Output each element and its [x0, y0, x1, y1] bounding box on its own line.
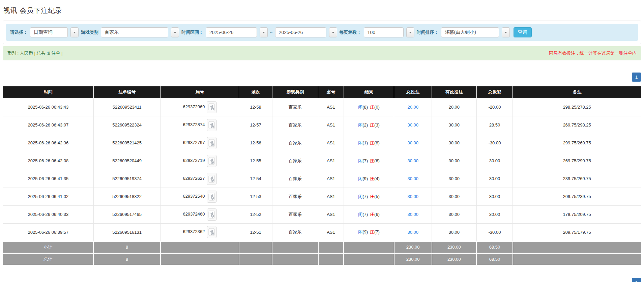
table-row: 2025-06-26 06:41:35 522609519374 6293726… [3, 170, 641, 188]
cell-payout: 30.00 [476, 188, 513, 205]
cell-table-no: AS1 [318, 116, 344, 134]
date-to-input[interactable]: 2025-06-26 [275, 27, 326, 37]
cell-game-type: 百家乐 [272, 205, 318, 223]
cell-round-id: 629372719 [160, 152, 239, 170]
video-replay-button[interactable] [207, 119, 217, 131]
result-player-score: (1) [362, 140, 368, 145]
cell-note: 209.75/239.75 [513, 188, 641, 205]
video-replay-button[interactable] [207, 137, 217, 149]
cell-total-bet: 20.00 [394, 98, 432, 116]
video-replay-button[interactable] [207, 208, 217, 221]
table-row: 2025-06-26 06:43:43 522609523411 6293729… [3, 98, 641, 116]
cell-table-no: AS1 [318, 188, 344, 205]
cell-result: 闲(9)庄(4) [344, 170, 394, 188]
cell-note: 269.75/299.75 [513, 152, 641, 170]
round-id-text: 629372460 [183, 212, 205, 217]
total-bet-link[interactable]: 20.00 [407, 105, 418, 110]
total-bet-link[interactable]: 30.00 [407, 158, 418, 163]
video-replay-icon [208, 175, 215, 183]
total-bet-link[interactable]: 30.00 [407, 176, 418, 181]
cell-game-type: 百家乐 [272, 170, 318, 188]
cell-valid-bet: 30.00 [432, 116, 477, 134]
video-replay-button[interactable] [207, 173, 217, 185]
cell-round-id: 629372874 [160, 116, 239, 134]
result-banker-label: 庄 [370, 194, 374, 199]
time-sort-select[interactable]: 降冪(由大到小) [441, 27, 499, 37]
cell-round-id: 629372362 [160, 223, 239, 241]
video-replay-button[interactable] [207, 226, 217, 238]
result-banker-label: 庄 [370, 140, 374, 145]
cell-round-id: 629372540 [160, 188, 239, 205]
page-size-dropdown-arrow[interactable] [406, 27, 414, 37]
total-bet-link[interactable]: 30.00 [407, 122, 418, 128]
cell-round-id: 629372627 [160, 170, 239, 188]
result-banker-label: 庄 [370, 212, 374, 217]
pagination-bottom: 1 [632, 278, 641, 282]
video-replay-icon [208, 193, 215, 201]
table-header-row: 时间 注单编号 局号 场次 游戏类别 桌号 结果 总投注 有效投注 总派彩 备注 [3, 86, 641, 98]
header-time: 时间 [3, 86, 94, 98]
page-size-select[interactable]: 100 [364, 27, 404, 37]
page-1-button[interactable]: 1 [632, 73, 641, 82]
result-banker-score: (3) [374, 122, 380, 128]
total-bet-link[interactable]: 30.00 [407, 212, 418, 217]
video-replay-icon [208, 103, 215, 111]
video-replay-button[interactable] [207, 155, 217, 167]
search-button[interactable]: 查询 [514, 27, 532, 37]
cell-game-type: 百家乐 [272, 134, 318, 152]
page-1-button-bottom[interactable]: 1 [632, 278, 641, 282]
filter-panel: 请选择： 日期查询 游戏类别 百家乐 时间区间： 2025-06-26 ~ 20… [3, 21, 641, 44]
cell-session: 12-52 [239, 205, 272, 223]
total-bet-link[interactable]: 30.00 [407, 230, 418, 235]
bet-records-table: 时间 注单编号 局号 场次 游戏类别 桌号 结果 总投注 有效投注 总派彩 备注… [3, 86, 641, 265]
header-payout: 总派彩 [476, 86, 513, 98]
result-player-label: 闲 [358, 212, 362, 217]
header-note: 备注 [513, 86, 641, 98]
cell-result: 闲(7)庄(6) [344, 152, 394, 170]
game-type-dropdown-arrow[interactable] [171, 27, 179, 37]
cell-time: 2025-06-26 06:41:02 [3, 188, 94, 205]
summary-payout: 68.50 [476, 253, 513, 265]
cell-table-no: AS1 [318, 152, 344, 170]
date-from-dropdown-arrow[interactable] [260, 27, 268, 37]
cell-note: 298.25/278.25 [513, 98, 641, 116]
video-replay-button[interactable] [207, 191, 217, 203]
header-result: 结果 [344, 86, 394, 98]
cell-session: 12-54 [239, 170, 272, 188]
chevron-down-icon [73, 32, 76, 33]
result-player-label: 闲 [358, 122, 362, 128]
currency-total-summary: 币别 : 人民币 | 总共 :8 注单 | [7, 50, 63, 56]
cell-note: 179.75/209.75 [513, 205, 641, 223]
result-banker-score: (4) [374, 176, 380, 181]
cell-valid-bet: 30.00 [432, 205, 477, 223]
table-row: 2025-06-26 06:41:02 522609518322 6293725… [3, 188, 641, 205]
summary-note [513, 241, 641, 253]
header-game-type: 游戏类别 [272, 86, 318, 98]
cell-result: 闲(8)庄(0) [344, 98, 394, 116]
cell-time: 2025-06-26 06:41:35 [3, 170, 94, 188]
cell-total-bet: 30.00 [394, 116, 432, 134]
time-sort-label: 时间排序： [417, 29, 439, 35]
cell-bet-id: 522609522324 [93, 116, 160, 134]
date-to-dropdown-arrow[interactable] [329, 27, 337, 37]
result-player-score: (7) [362, 212, 368, 217]
result-banker-score: (6) [374, 212, 380, 217]
total-bet-link[interactable]: 30.00 [407, 140, 418, 145]
summary-valid-bet: 230.00 [432, 241, 477, 253]
total-bet-link[interactable]: 30.00 [407, 194, 418, 199]
date-from-input[interactable]: 2025-06-26 [206, 27, 257, 37]
time-sort-dropdown-arrow[interactable] [502, 27, 510, 37]
query-type-select[interactable]: 日期查询 [30, 27, 68, 37]
round-id-text: 629372627 [183, 176, 205, 181]
summary-total-bet: 230.00 [394, 253, 432, 265]
cell-time: 2025-06-26 06:42:36 [3, 134, 94, 152]
cell-note: 209.75/179.75 [513, 223, 641, 241]
cell-game-type: 百家乐 [272, 98, 318, 116]
query-type-dropdown-arrow[interactable] [70, 27, 79, 37]
video-replay-button[interactable] [207, 101, 217, 113]
game-type-select[interactable]: 百家乐 [101, 27, 168, 37]
game-type-label: 游戏类别 [81, 29, 98, 35]
cell-valid-bet: 30.00 [432, 134, 477, 152]
cell-round-id: 629372797 [160, 134, 239, 152]
cell-table-no: AS1 [318, 98, 344, 116]
